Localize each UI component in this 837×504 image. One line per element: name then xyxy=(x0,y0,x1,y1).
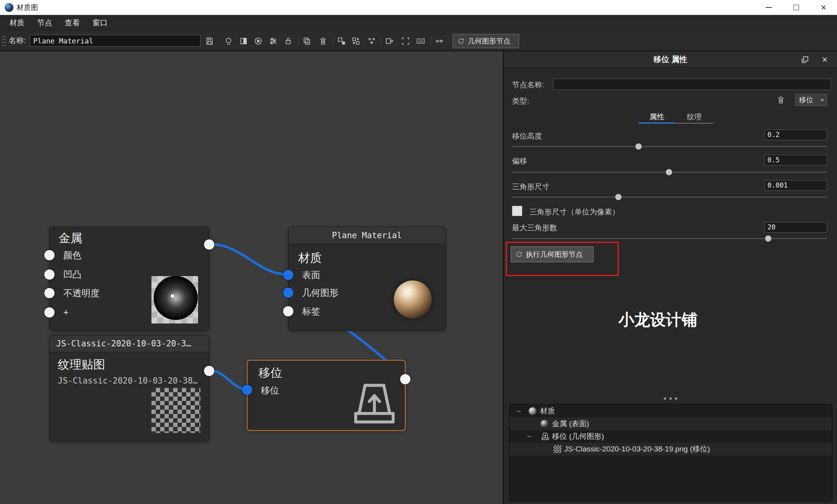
material-name-input[interactable] xyxy=(30,35,200,47)
offset-value[interactable]: 0.5 xyxy=(764,155,827,165)
toolbar: 名称: 100 xyxy=(0,31,837,51)
tab-texture[interactable]: 纹理 xyxy=(675,111,713,124)
fit-view-icon[interactable] xyxy=(398,34,413,49)
panel-splitter-handle[interactable] xyxy=(504,397,837,400)
node-plane-material-name: Plane Material xyxy=(289,227,445,244)
collapse-icon[interactable]: − xyxy=(516,405,521,417)
delete-node-icon[interactable] xyxy=(775,94,787,106)
offset-slider[interactable] xyxy=(512,172,827,173)
displace-node-icon xyxy=(541,433,549,440)
close-button[interactable]: × xyxy=(811,0,837,15)
pin-metal-output[interactable] xyxy=(204,239,214,250)
displace-height-slider-handle[interactable] xyxy=(635,143,642,150)
geometry-node-button-label: 几何图形节点 xyxy=(468,36,510,46)
pin-plus[interactable] xyxy=(44,307,55,318)
popout-icon[interactable] xyxy=(800,55,810,65)
max-triangles-label: 最大三角形数 xyxy=(512,223,557,233)
pin-displace-output[interactable] xyxy=(400,374,410,384)
pin-geometry-label: 几何图形 xyxy=(302,288,338,298)
menu-window[interactable]: 窗口 xyxy=(86,15,114,31)
node-displace[interactable]: 移位 移位 xyxy=(247,360,406,431)
offset-slider-handle[interactable] xyxy=(666,169,672,175)
maximize-icon xyxy=(794,5,799,10)
pin-surface-label: 表面 xyxy=(302,270,320,280)
node-metal[interactable]: 金属 颜色 凹凸 不透明度 + xyxy=(49,227,209,331)
max-triangles-slider-handle[interactable] xyxy=(765,235,771,242)
tree-row-metal-surface[interactable]: 金属 (表面) xyxy=(510,417,832,430)
maximize-button[interactable] xyxy=(783,0,810,15)
node-texture-map[interactable]: JS-Classic-2020-10-03-20-3… 纹理贴图 JS-Clas… xyxy=(49,335,209,442)
type-dropdown[interactable]: 移位 xyxy=(795,94,827,106)
save-icon[interactable] xyxy=(202,34,217,49)
menu-node[interactable]: 节点 xyxy=(31,15,59,31)
material-graph-window: 材质图 × 材质 节点 查看 窗口 名称: xyxy=(0,0,837,504)
minimize-button[interactable] xyxy=(755,0,782,15)
node-texture-map-type: 纹理贴图 xyxy=(58,357,105,373)
geometry-node-button[interactable]: 几何图形节点 xyxy=(453,34,519,48)
tree-row-label: 材质 xyxy=(540,405,555,417)
wire-metal-to-surface[interactable] xyxy=(209,244,288,275)
node-plane-material-type: 材质 xyxy=(298,250,322,266)
triangle-size-value[interactable]: 0.001 xyxy=(764,180,827,191)
material-preview-icon[interactable] xyxy=(221,34,236,49)
triangle-size-slider-handle[interactable] xyxy=(615,194,622,200)
tree-row-label: 金属 (表面) xyxy=(552,417,589,430)
lock-icon[interactable] xyxy=(281,34,296,49)
triangle-size-pixels-checkbox[interactable] xyxy=(512,206,522,216)
node-plane-material[interactable]: Plane Material 材质 表面 几何图形 标签 xyxy=(288,227,446,331)
tab-properties[interactable]: 属性 xyxy=(639,111,675,124)
node-add-icon[interactable] xyxy=(334,34,349,49)
svg-text:100: 100 xyxy=(418,39,423,43)
pin-bump[interactable] xyxy=(44,269,55,280)
pin-color[interactable] xyxy=(44,250,55,260)
pin-displace-input[interactable] xyxy=(242,385,252,395)
material-tree: − 材质 金属 (表面) − 移位 (几何图形) JS-Classic-2020… xyxy=(509,404,832,501)
render-update-icon[interactable] xyxy=(251,34,266,49)
triangle-size-slider[interactable] xyxy=(512,197,827,197)
node-align-icon[interactable] xyxy=(364,34,379,49)
displace-height-value[interactable]: 0.2 xyxy=(764,130,827,140)
toolbar-grip[interactable] xyxy=(2,35,6,47)
triangle-size-label: 三角形尺寸 xyxy=(512,182,550,192)
adjust-sliders-icon[interactable] xyxy=(266,34,281,49)
pin-label-label: 标签 xyxy=(302,306,320,316)
pin-surface[interactable] xyxy=(283,270,293,280)
node-graph-canvas[interactable]: 金属 颜色 凹凸 不透明度 + Plane Material 材质 表面 几何图… xyxy=(0,51,503,504)
pin-texture-output[interactable] xyxy=(204,366,214,376)
pin-opacity[interactable] xyxy=(44,288,55,298)
tree-row-texture-png[interactable]: JS-Classic-2020-10-03-20-38-19.png (移位) xyxy=(510,443,832,455)
title-bar: 材质图 × xyxy=(0,0,837,15)
triangle-size-pixels-label: 三角形尺寸（单位为像素） xyxy=(529,207,620,217)
max-triangles-slider[interactable] xyxy=(512,238,827,239)
zoom-100-icon[interactable]: 100 xyxy=(413,34,428,49)
menu-material[interactable]: 材质 xyxy=(3,15,31,31)
tree-row-label: JS-Classic-2020-10-03-20-38-19.png (移位) xyxy=(564,443,710,455)
name-label: 名称: xyxy=(9,31,26,51)
pin-label-input[interactable] xyxy=(283,306,293,316)
node-texture-map-name: JS-Classic-2020-10-03-20-3… xyxy=(50,335,209,352)
duplicate-icon[interactable] xyxy=(299,34,314,49)
wire-texture-to-displace[interactable] xyxy=(209,370,247,389)
metal-preview-thumbnail xyxy=(151,276,198,323)
tree-row-material[interactable]: − 材质 xyxy=(510,405,832,417)
node-name-input[interactable] xyxy=(553,79,831,90)
refresh-icon xyxy=(457,37,465,45)
delete-icon[interactable] xyxy=(316,34,331,49)
max-triangles-value[interactable]: 20 xyxy=(764,222,827,233)
connector-icon[interactable] xyxy=(432,34,447,49)
node-group-icon[interactable] xyxy=(348,34,363,49)
node-name-label: 节点名称: xyxy=(512,80,544,90)
pin-opacity-label: 不透明度 xyxy=(63,288,100,298)
displace-height-label: 移位高度 xyxy=(512,131,542,141)
menu-bar: 材质 节点 查看 窗口 xyxy=(0,15,837,31)
collapse-icon[interactable]: − xyxy=(527,430,532,443)
plane-material-preview-thumbnail xyxy=(394,280,432,318)
toolbar-separator xyxy=(381,36,382,46)
displace-height-slider[interactable] xyxy=(512,146,827,147)
panel-close-icon[interactable]: × xyxy=(820,55,830,65)
pin-geometry[interactable] xyxy=(283,288,293,298)
menu-view[interactable]: 查看 xyxy=(59,15,86,31)
half-toggle-icon[interactable] xyxy=(236,34,251,49)
export-icon[interactable] xyxy=(382,34,397,49)
tree-row-displace-geometry[interactable]: − 移位 (几何图形) xyxy=(510,430,832,443)
